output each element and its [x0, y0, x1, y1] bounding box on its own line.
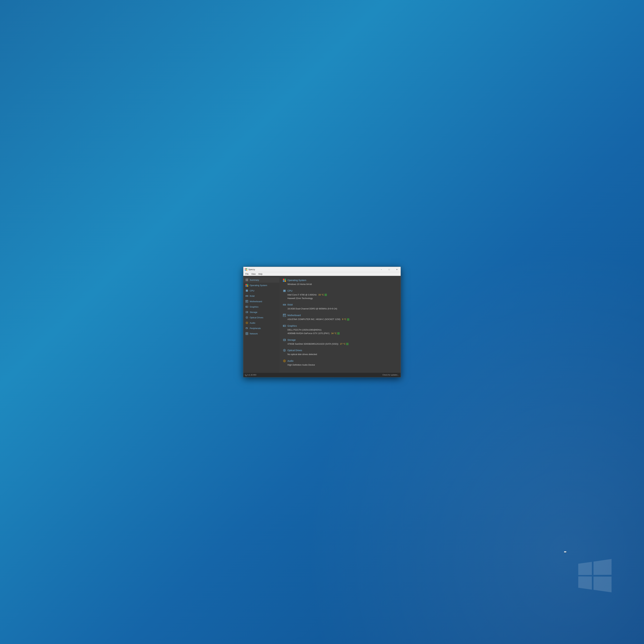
sidebar-item-graphics[interactable]: Graphics [243, 304, 279, 309]
svg-rect-75 [283, 326, 284, 326]
storage-temp: 27 °C [340, 342, 346, 346]
section-ram: RAM 16.0GB Dual-Channel DDR3 @ 665MHz (9… [283, 303, 397, 311]
section-title-cpu: CPU [287, 289, 292, 292]
svg-point-78 [284, 340, 284, 340]
maximize-button[interactable]: □ [385, 267, 393, 272]
cpu-icon [245, 289, 248, 292]
sidebar-label-peripherals: Peripherals [250, 327, 261, 330]
section-storage: Storage 476GB SanDisk SD6SB2M512G1022I (… [283, 338, 397, 346]
storage-temp-indicator [346, 343, 348, 345]
graphics-temp-indicator [337, 332, 340, 335]
storage-icon [245, 311, 248, 314]
window-controls: − □ ✕ [378, 267, 401, 272]
svg-rect-7 [247, 280, 248, 281]
sidebar-item-ram[interactable]: RAM [243, 293, 279, 299]
svg-rect-71 [283, 314, 284, 315]
audio-icon [245, 321, 248, 324]
check-updates-button[interactable]: Check for updates... [383, 374, 399, 376]
svg-point-87 [284, 361, 285, 361]
menu-help[interactable]: Help [257, 273, 264, 276]
motherboard-value: ASUSTeK COMPUTER INC. H81M-C (SOCKET 115… [287, 318, 397, 321]
section-icon-os [283, 279, 286, 282]
app-icon [245, 268, 247, 271]
close-button[interactable]: ✕ [393, 267, 401, 272]
motherboard-icon [245, 300, 248, 303]
version-text: v1.32.803 [248, 374, 256, 376]
sidebar-label-optical: Optical Drives [250, 316, 263, 319]
cpu-temp: 33 °C [318, 293, 324, 297]
section-icon-audio [283, 359, 286, 363]
app-window: Speccy − □ ✕ File View Help [243, 267, 401, 377]
main-content: Summary Operating System [243, 276, 401, 372]
section-title-storage: Storage [287, 339, 296, 341]
window-title: Speccy [248, 268, 378, 271]
network-icon [245, 332, 248, 335]
sidebar-label-motherboard: Motherboard [250, 300, 262, 303]
svg-rect-5 [247, 279, 248, 280]
os-icon [245, 284, 248, 287]
svg-rect-0 [245, 268, 246, 269]
section-os: Operating System Windows 10 Home 64-bit [283, 279, 397, 286]
svg-point-40 [246, 312, 247, 312]
svg-rect-69 [285, 305, 285, 305]
sidebar: Summary Operating System [243, 276, 279, 372]
section-title-motherboard: Motherboard [287, 314, 301, 317]
section-icon-ram [283, 303, 286, 306]
svg-rect-36 [247, 307, 248, 307]
svg-rect-30 [246, 301, 247, 301]
sidebar-item-cpu[interactable]: CPU [243, 288, 279, 293]
sidebar-label-audio: Audio [250, 322, 255, 324]
audio-value: High Definition Audio Device [287, 363, 397, 367]
svg-rect-67 [283, 305, 284, 305]
section-motherboard: Motherboard ASUSTeK COMPUTER INC. H81M-C… [283, 314, 397, 321]
svg-rect-6 [246, 280, 247, 281]
sidebar-item-summary[interactable]: Summary [243, 277, 279, 283]
section-title-audio: Audio [287, 360, 293, 362]
svg-rect-4 [246, 279, 247, 280]
cpu-line1: Intel Core i7 4790 @ 3.60GHz 33 °C [287, 293, 397, 297]
sidebar-item-storage[interactable]: Storage [243, 309, 279, 315]
sidebar-item-peripherals[interactable]: Peripherals [243, 326, 279, 331]
sidebar-item-audio[interactable]: Audio [243, 320, 279, 326]
title-bar: Speccy − □ ✕ [243, 267, 401, 272]
cpu-line2: Haswell 22nm Technology [287, 297, 397, 300]
svg-rect-24 [247, 296, 247, 296]
section-title-ram: RAM [287, 303, 293, 306]
sidebar-label-network: Network [250, 332, 258, 335]
peripherals-icon [245, 327, 248, 330]
sidebar-label-cpu: CPU [250, 289, 254, 292]
storage-value: 476GB SanDisk SD6SB2M512G1022I (SATA (SS… [287, 342, 397, 346]
svg-rect-3 [246, 270, 247, 271]
section-audio: Audio High Definition Audio Device [283, 359, 397, 367]
ram-icon [245, 294, 248, 298]
sidebar-item-motherboard[interactable]: Motherboard [243, 299, 279, 304]
status-bar: v1.32.803 Check for updates... [243, 372, 401, 377]
svg-rect-9 [246, 290, 247, 291]
svg-line-54 [248, 329, 248, 329]
menu-view[interactable]: View [250, 273, 257, 276]
sidebar-item-optical[interactable]: Optical Drives [243, 315, 279, 320]
os-value: Windows 10 Home 64-bit [287, 283, 397, 286]
graphics-line1: DELL P2217H (1920x1080@60Hz) [287, 328, 397, 332]
section-graphics: Graphics DELL P2217H (1920x1080@60Hz) 40… [283, 324, 397, 335]
cpu-temp-indicator [325, 294, 327, 296]
section-optical: Optical Drives No optical disk drives de… [283, 349, 397, 356]
menu-file[interactable]: File [244, 273, 250, 276]
svg-rect-25 [247, 296, 248, 296]
svg-line-52 [248, 328, 248, 328]
graphics-line2: 4095MB NVIDIA GeForce GTX 1070 (PNY) 34 … [287, 332, 397, 335]
section-icon-storage [283, 338, 286, 342]
sidebar-label-os: Operating System [250, 284, 267, 287]
svg-rect-1 [246, 268, 247, 269]
sidebar-item-network[interactable]: Network [243, 331, 279, 336]
status-version: v1.32.803 [245, 374, 256, 376]
svg-rect-72 [285, 314, 285, 315]
section-icon-motherboard [283, 314, 286, 317]
graphics-temp: 34 °C [331, 332, 337, 335]
minimize-button[interactable]: − [378, 267, 385, 272]
svg-rect-2 [245, 270, 246, 271]
svg-point-84 [284, 350, 285, 351]
section-icon-graphics [283, 324, 286, 328]
sidebar-item-os[interactable]: Operating System [243, 283, 279, 288]
optical-value: No optical disk drives detected [287, 353, 397, 356]
